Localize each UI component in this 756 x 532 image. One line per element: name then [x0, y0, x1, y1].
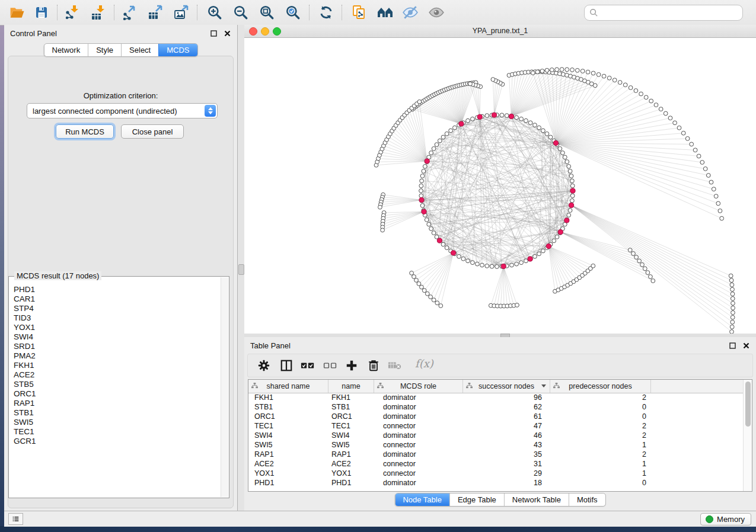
- graph-node[interactable]: [570, 198, 575, 203]
- mcds-result-item[interactable]: GCR1: [14, 437, 221, 446]
- graph-node[interactable]: [432, 298, 436, 302]
- mcds-result-item[interactable]: YOX1: [14, 323, 221, 332]
- graph-mcds-node[interactable]: [492, 113, 496, 117]
- graph-node[interactable]: [429, 295, 433, 299]
- graph-node[interactable]: [706, 174, 710, 178]
- graph-node[interactable]: [495, 265, 499, 269]
- mcds-result-item[interactable]: RAP1: [14, 399, 221, 408]
- graph-node[interactable]: [510, 263, 514, 267]
- mcds-result-item[interactable]: ACE2: [14, 370, 221, 380]
- graph-node[interactable]: [634, 89, 638, 93]
- graph-node[interactable]: [432, 231, 436, 235]
- graph-node[interactable]: [519, 117, 524, 121]
- graph-mcds-node[interactable]: [564, 218, 569, 223]
- network-graph[interactable]: [244, 37, 756, 334]
- graph-node[interactable]: [485, 114, 489, 118]
- graph-node[interactable]: [643, 267, 647, 271]
- graph-mcds-node[interactable]: [425, 159, 429, 164]
- graph-node[interactable]: [414, 278, 419, 283]
- table-row[interactable]: SWI4SWI4dominator462: [248, 431, 744, 440]
- graph-node[interactable]: [593, 84, 597, 88]
- graph-node[interactable]: [412, 275, 416, 279]
- graph-mcds-node[interactable]: [558, 230, 563, 235]
- mcds-result-item[interactable]: PMA2: [14, 351, 221, 361]
- graph-node[interactable]: [533, 123, 537, 127]
- graph-node[interactable]: [528, 121, 532, 125]
- graph-node[interactable]: [731, 302, 735, 306]
- graph-node[interactable]: [568, 209, 572, 213]
- graph-node[interactable]: [649, 275, 653, 279]
- graph-node[interactable]: [535, 70, 540, 74]
- graph-node[interactable]: [555, 68, 559, 72]
- show-columns-button[interactable]: [277, 358, 295, 373]
- tab-select[interactable]: Select: [121, 44, 158, 56]
- graph-node[interactable]: [432, 147, 436, 151]
- graph-node[interactable]: [596, 73, 601, 77]
- network-titlebar[interactable]: YPA_prune.txt_1: [244, 25, 756, 38]
- deselect-all-rows-button[interactable]: [321, 358, 339, 373]
- graph-node[interactable]: [602, 74, 606, 78]
- column-header-successor-nodes[interactable]: successor nodes: [463, 380, 550, 393]
- graph-node[interactable]: [471, 261, 475, 265]
- graph-node[interactable]: [439, 304, 443, 308]
- graph-node[interactable]: [690, 142, 694, 146]
- graph-node[interactable]: [420, 174, 425, 178]
- graph-node[interactable]: [731, 315, 735, 319]
- graph-mcds-node[interactable]: [509, 114, 513, 118]
- graph-node[interactable]: [639, 92, 643, 96]
- table-row[interactable]: FKH1FKH1dominator962: [248, 393, 744, 402]
- tab-mcds[interactable]: MCDS: [158, 44, 197, 56]
- graph-node[interactable]: [673, 121, 677, 125]
- mcds-result-item[interactable]: STB5: [14, 380, 221, 389]
- graph-node[interactable]: [541, 249, 546, 253]
- mcds-result-item[interactable]: SWI4: [14, 332, 221, 342]
- graph-node[interactable]: [491, 78, 495, 82]
- open-file-button[interactable]: [6, 3, 27, 22]
- graph-mcds-node[interactable]: [477, 114, 482, 119]
- column-header-MCDS-role[interactable]: MCDS role: [374, 380, 463, 393]
- graph-node[interactable]: [640, 262, 645, 267]
- graph-node[interactable]: [565, 160, 569, 164]
- memory-button[interactable]: Memory: [700, 513, 751, 525]
- graph-node[interactable]: [718, 209, 722, 213]
- mcds-result-item[interactable]: TEC1: [14, 427, 221, 437]
- graph-mcds-node[interactable]: [553, 140, 558, 145]
- select-all-rows-button[interactable]: [299, 358, 317, 373]
- mcds-result-item[interactable]: STP4: [14, 304, 221, 313]
- graph-node[interactable]: [664, 111, 668, 116]
- graph-node[interactable]: [417, 100, 422, 104]
- graph-node[interactable]: [480, 263, 484, 267]
- graph-node[interactable]: [468, 82, 473, 86]
- graph-node[interactable]: [570, 194, 575, 198]
- graph-node[interactable]: [425, 218, 429, 222]
- table-row[interactable]: RAP1RAP1dominator352: [248, 450, 744, 459]
- graph-mcds-node[interactable]: [422, 209, 426, 214]
- graph-node[interactable]: [422, 289, 426, 293]
- table-row[interactable]: ACE2ACE2connector311: [248, 459, 744, 469]
- graph-node[interactable]: [563, 155, 567, 159]
- table-settings-button[interactable]: [255, 358, 273, 373]
- float-table-panel-button[interactable]: [728, 341, 736, 350]
- graph-mcds-node[interactable]: [419, 198, 424, 203]
- graph-node[interactable]: [629, 86, 633, 90]
- save-button[interactable]: [31, 3, 52, 22]
- graph-node[interactable]: [471, 117, 475, 121]
- zoom-fit-button[interactable]: [256, 3, 277, 22]
- graph-node[interactable]: [570, 179, 575, 183]
- graph-mcds-node[interactable]: [451, 251, 456, 255]
- graph-node[interactable]: [730, 330, 734, 334]
- graph-node[interactable]: [591, 264, 595, 268]
- graph-node[interactable]: [709, 180, 713, 184]
- close-panel-action-button[interactable]: Close panel: [121, 124, 184, 139]
- graph-node[interactable]: [568, 169, 572, 174]
- graph-mcds-node[interactable]: [546, 244, 551, 249]
- graph-node[interactable]: [569, 174, 573, 178]
- graph-node[interactable]: [381, 228, 385, 232]
- graph-node[interactable]: [545, 68, 549, 72]
- table-row[interactable]: SWI5SWI5connector431: [248, 440, 744, 450]
- graph-node[interactable]: [731, 287, 735, 291]
- graph-node[interactable]: [466, 118, 470, 123]
- graph-node[interactable]: [378, 205, 382, 209]
- graph-node[interactable]: [712, 187, 716, 191]
- graph-node[interactable]: [649, 99, 653, 103]
